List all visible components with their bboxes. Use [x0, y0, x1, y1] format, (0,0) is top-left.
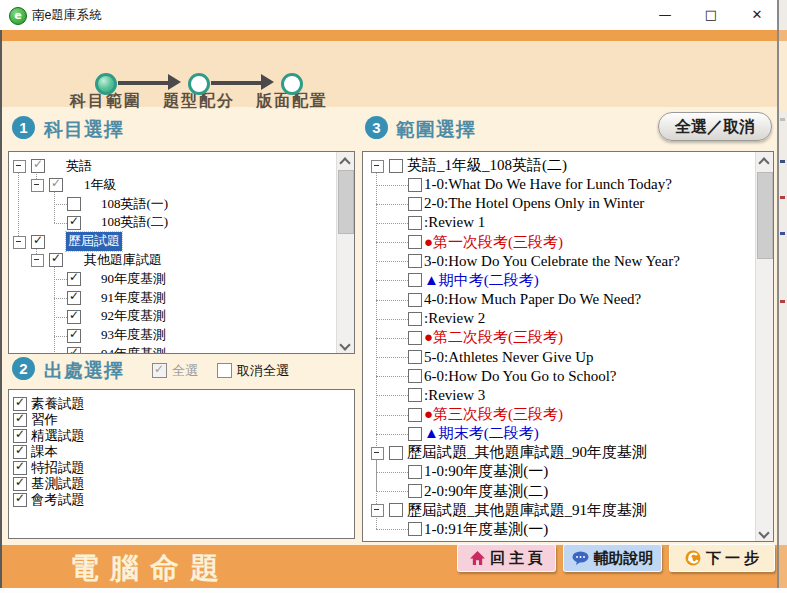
tree-item-label[interactable]: 94年度基測: [101, 345, 166, 354]
tree-item-label[interactable]: 93年度基測: [101, 326, 166, 345]
tree-item-label[interactable]: 歷屆試題_其他題庫試題_91年度基測: [407, 501, 647, 520]
tree-checkbox[interactable]: [49, 178, 63, 192]
source-item-label[interactable]: 特招試題: [31, 460, 85, 476]
tree-checkbox[interactable]: [67, 329, 81, 343]
tree-item-label[interactable]: 4-0:How Much Paper Do We Need?: [424, 290, 641, 309]
tree-item-label[interactable]: 1年級: [84, 176, 117, 195]
tree-item-label[interactable]: 2-0:The Hotel Opens Only in Winter: [424, 194, 644, 213]
tree-checkbox[interactable]: [408, 408, 422, 422]
deselect-all-checkbox[interactable]: [217, 363, 232, 378]
tree-item-label[interactable]: 3-0:How Do You Celebrate the New Year?: [424, 252, 680, 271]
tree-item-label[interactable]: :Review 1: [424, 213, 485, 232]
scrollbar-thumb[interactable]: [338, 170, 354, 234]
tree-checkbox[interactable]: [408, 273, 422, 287]
source-item-label[interactable]: 素養試題: [31, 396, 85, 412]
scroll-up-icon[interactable]: [760, 156, 768, 164]
tree-item-label[interactable]: ▲期末考(二段考): [424, 424, 539, 443]
tree-checkbox[interactable]: [389, 503, 403, 517]
step-circle-1-current[interactable]: [95, 73, 117, 95]
tree-checkbox[interactable]: [31, 159, 45, 173]
tree-item-label[interactable]: 2-0:90年度基測(二): [424, 482, 548, 501]
tree-checkbox[interactable]: [408, 312, 422, 326]
tree-item-label[interactable]: 108英語(一): [101, 195, 168, 214]
tree-item-label[interactable]: ●第二次段考(三段考): [424, 328, 563, 347]
tree-item-label[interactable]: ▲期中考(二段考): [424, 271, 539, 290]
scroll-down-icon[interactable]: [760, 529, 768, 537]
tree-item-label[interactable]: 歷屆試題_其他題庫試題_90年度基測: [407, 443, 647, 462]
tree-checkbox[interactable]: [389, 446, 403, 460]
source-item-checkbox[interactable]: [13, 477, 27, 491]
step-circle-2[interactable]: [188, 73, 210, 95]
tree-expander-minus-icon[interactable]: [371, 160, 384, 173]
tree-expander-minus-icon[interactable]: [371, 504, 384, 517]
home-button[interactable]: 回 主 頁: [457, 544, 556, 572]
tree-checkbox[interactable]: [67, 272, 81, 286]
tree-checkbox[interactable]: [408, 293, 422, 307]
tree-checkbox[interactable]: [67, 197, 81, 211]
tree-item-label[interactable]: ●第一次段考(三段考): [424, 233, 563, 252]
tree-checkbox[interactable]: [408, 216, 422, 230]
tree-checkbox[interactable]: [67, 310, 81, 324]
tree-checkbox[interactable]: [408, 178, 422, 192]
source-item-label[interactable]: 會考試題: [31, 492, 85, 508]
tree-item-label[interactable]: 英語_1年級_108英語(二): [407, 156, 567, 175]
scope-tree-scrollbar[interactable]: [755, 152, 773, 541]
tree-checkbox[interactable]: [408, 484, 422, 498]
tree-item-label[interactable]: 其他題庫試題: [84, 251, 162, 270]
tree-checkbox[interactable]: [389, 159, 403, 173]
maximize-button[interactable]: □: [694, 0, 728, 30]
tree-checkbox[interactable]: [408, 388, 422, 402]
tree-checkbox[interactable]: [408, 197, 422, 211]
tree-item-label[interactable]: 5-0:Athletes Never Give Up: [424, 348, 594, 367]
step-circle-3[interactable]: [281, 73, 303, 95]
close-button[interactable]: ✕: [740, 0, 774, 30]
tree-checkbox[interactable]: [408, 369, 422, 383]
tree-checkbox[interactable]: [31, 235, 45, 249]
source-item-label[interactable]: 課本: [31, 444, 58, 460]
source-item-label[interactable]: 基測試題: [31, 476, 85, 492]
tree-checkbox[interactable]: [408, 350, 422, 364]
tree-item-label[interactable]: ●第三次段考(三段考): [424, 405, 563, 424]
tree-item-label[interactable]: 6-0:How Do You Go to School?: [424, 367, 617, 386]
tree-item-label[interactable]: 英語: [66, 157, 92, 176]
tree-item-label[interactable]: 1-0:91年度基測(一): [424, 520, 548, 539]
source-item-checkbox[interactable]: [13, 429, 27, 443]
source-item-label[interactable]: 習作: [31, 412, 58, 428]
select-all-toggle-button[interactable]: 全選／取消: [658, 112, 772, 141]
tree-expander-minus-icon[interactable]: [31, 179, 44, 192]
next-step-button[interactable]: 下 一 步: [669, 544, 775, 572]
tree-expander-minus-icon[interactable]: [371, 447, 384, 460]
tree-checkbox[interactable]: [408, 465, 422, 479]
tree-checkbox[interactable]: [67, 291, 81, 305]
tree-item-label[interactable]: 90年度基測: [101, 270, 166, 289]
tree-expander-minus-icon[interactable]: [31, 254, 44, 267]
tree-checkbox[interactable]: [408, 331, 422, 345]
tree-item-label[interactable]: :Review 3: [424, 386, 485, 405]
tree-item-label[interactable]: :Review 2: [424, 309, 485, 328]
tree-expander-minus-icon[interactable]: [13, 160, 26, 173]
minimize-button[interactable]: —: [648, 0, 682, 30]
select-all-checkbox[interactable]: [152, 363, 167, 378]
scroll-up-icon[interactable]: [341, 156, 349, 164]
source-item-label[interactable]: 精選試題: [31, 428, 85, 444]
help-button[interactable]: 輔助說明: [563, 544, 662, 572]
source-item-checkbox[interactable]: [13, 493, 27, 507]
source-item-checkbox[interactable]: [13, 445, 27, 459]
source-item-checkbox[interactable]: [13, 461, 27, 475]
tree-item-label[interactable]: 92年度基測: [101, 307, 166, 326]
tree-checkbox[interactable]: [67, 216, 81, 230]
tree-expander-minus-icon[interactable]: [13, 236, 26, 249]
tree-item-label[interactable]: 91年度基測: [101, 289, 166, 308]
tree-checkbox[interactable]: [408, 254, 422, 268]
tree-checkbox[interactable]: [408, 427, 422, 441]
tree-item-label[interactable]: 108英語(二): [101, 213, 168, 232]
tree-item-label[interactable]: 1-0:90年度基測(一): [424, 462, 548, 481]
tree-item-label[interactable]: 歷屆試題: [66, 232, 122, 251]
subject-tree-scrollbar[interactable]: [336, 152, 354, 353]
source-item-checkbox[interactable]: [13, 413, 27, 427]
tree-checkbox[interactable]: [67, 347, 81, 354]
tree-checkbox[interactable]: [49, 253, 63, 267]
tree-checkbox[interactable]: [408, 235, 422, 249]
scrollbar-thumb[interactable]: [757, 172, 773, 259]
source-item-checkbox[interactable]: [13, 397, 27, 411]
